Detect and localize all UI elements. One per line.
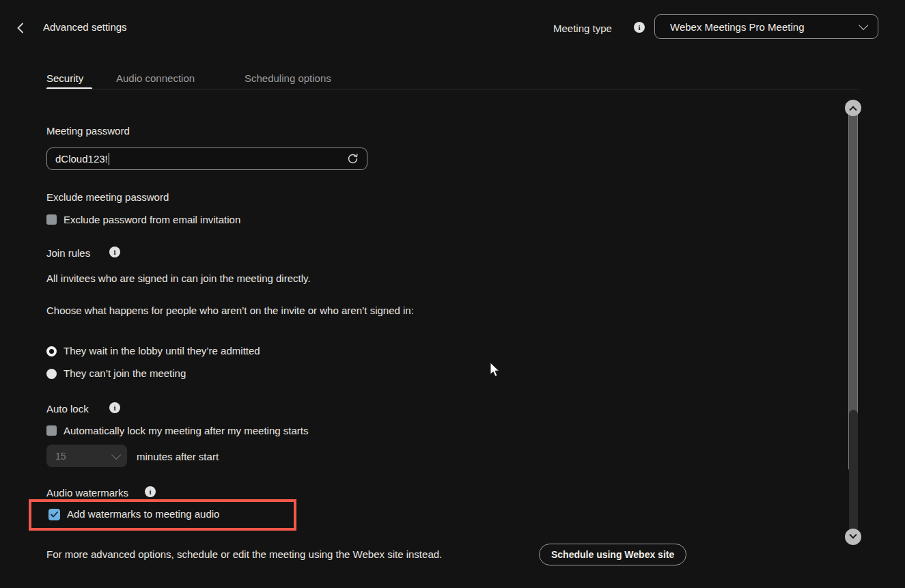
check-icon [51,512,58,518]
footer-text: For more advanced options, schedule or e… [46,548,442,560]
radio-selected-icon[interactable] [46,346,57,356]
refresh-icon [347,153,359,165]
tabs-divider [46,89,859,89]
join-rules-info-icon[interactable]: i [109,247,120,257]
auto-lock-checkbox-label: Automatically lock my meeting after my m… [64,425,308,436]
watermark-checkbox-label: Add watermarks to meeting audio [67,508,219,520]
meeting-password-label: Meeting password [46,125,130,137]
schedule-webex-site-button[interactable]: Schedule using Webex site [539,544,686,565]
join-rules-label: Join rules [46,247,90,259]
meeting-type-info-icon[interactable]: i [634,22,645,33]
auto-lock-info-icon[interactable]: i [109,402,120,413]
meeting-type-label: Meeting type [553,23,612,34]
back-button[interactable] [11,19,29,37]
page-title: Advanced settings [43,21,127,33]
chevron-down-icon [849,531,857,539]
join-rules-question: Choose what happens for people who aren’… [46,305,414,316]
radio-unselected-icon[interactable] [46,369,57,379]
checkbox-unchecked-icon[interactable] [46,425,57,436]
meeting-type-dropdown[interactable]: Webex Meetings Pro Meeting [654,14,878,39]
schedule-webex-site-button-label: Schedule using Webex site [551,549,674,560]
scroll-down-button[interactable] [845,529,861,545]
audio-watermarks-info-icon[interactable]: i [145,486,156,497]
radio-cant-join[interactable]: They can’t join the meeting [46,367,186,379]
auto-lock-checkbox-row[interactable]: Automatically lock my meeting after my m… [46,425,308,436]
text-caret [109,153,110,165]
chevron-up-icon [849,106,857,113]
chevron-down-icon [859,20,868,30]
radio-wait-in-lobby[interactable]: They wait in the lobby until they’re adm… [46,345,260,356]
chevron-left-icon [16,23,24,33]
meeting-type-value: Webex Meetings Pro Meeting [670,21,859,33]
auto-lock-suffix-label: minutes after start [137,451,219,462]
tab-scheduling-options[interactable]: Scheduling options [245,72,331,84]
tab-audio-connection[interactable]: Audio connection [116,72,195,84]
auto-lock-minutes-dropdown[interactable]: 15 [46,445,127,467]
chevron-down-icon [111,449,121,459]
exclude-password-checkbox-row[interactable]: Exclude password from email invitation [46,214,240,225]
scrollbar-track[interactable] [849,410,858,538]
checkbox-checked-icon[interactable] [48,509,60,520]
mouse-cursor-icon [488,362,501,381]
watermark-checkbox-row[interactable]: Add watermarks to meeting audio [48,508,219,520]
exclude-password-checkbox-label: Exclude password from email invitation [64,214,240,225]
checkbox-unchecked-icon[interactable] [46,214,57,225]
meeting-password-value: dCloud123! [55,153,108,165]
auto-lock-label: Auto lock [46,403,89,415]
audio-watermarks-label: Audio watermarks [46,487,128,499]
meeting-password-input[interactable]: dCloud123! [46,148,367,170]
radio-cant-join-label: They can’t join the meeting [64,367,186,379]
tab-security[interactable]: Security [46,72,83,84]
scroll-up-button[interactable] [845,100,861,116]
exclude-password-section-label: Exclude meeting password [46,191,169,203]
join-rules-description: All invitees who are signed in can join … [46,272,311,284]
auto-lock-minutes-value: 15 [55,451,66,462]
regenerate-password-button[interactable] [346,153,359,165]
radio-wait-in-lobby-label: They wait in the lobby until they’re adm… [64,345,260,356]
advanced-settings-window: Advanced settings Meeting type i Webex M… [0,0,905,588]
